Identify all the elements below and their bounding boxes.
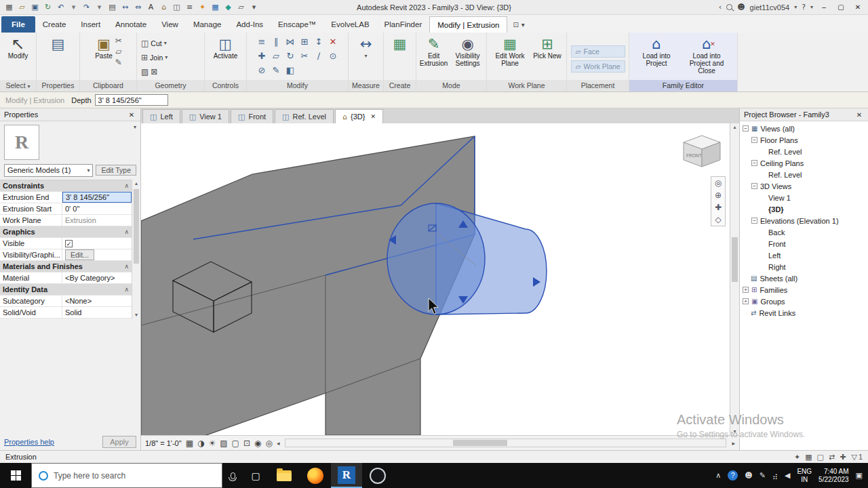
visual-style-icon[interactable]: ◑ <box>197 439 204 448</box>
mirror-icon[interactable]: ⋈ <box>284 35 297 48</box>
tree-item-sheets-all[interactable]: ▤Sheets (all) <box>740 272 868 284</box>
dimension-icon[interactable]: ⇔ <box>133 2 143 13</box>
panel-label-geometry[interactable]: Geometry <box>137 80 204 92</box>
view-scale[interactable]: 1/8" = 1'-0" <box>145 439 182 447</box>
worksharing-icon[interactable]: ✦ <box>794 453 800 462</box>
tree-item-ref-level[interactable]: Ref. Level <box>740 146 868 157</box>
match-icon[interactable]: ✎ <box>270 64 283 77</box>
filter-icon[interactable]: ▽ <box>851 453 856 462</box>
measure-icon[interactable]: ↔ <box>120 2 130 13</box>
ribbon-tab-create[interactable]: Create <box>35 16 74 33</box>
copy-to-clipboard-icon[interactable]: ▱ <box>115 47 122 56</box>
drawing-area[interactable]: FRONT ◎ ⊕ ✚ ◇ ▴ ▾ <box>141 123 739 435</box>
sun-path-icon[interactable]: ☀ <box>208 439 216 448</box>
tree-item-revit-links[interactable]: ⇄Revit Links <box>740 307 868 319</box>
property-value-work-plane[interactable]: Extrusion <box>62 215 132 226</box>
activate-controls-button[interactable]: ◫ Activate <box>213 35 239 61</box>
panel-label-controls[interactable]: Controls <box>205 80 246 92</box>
task-view-button[interactable]: ▢ <box>243 463 269 488</box>
scroll-down-icon[interactable]: ▾ <box>132 312 140 318</box>
switch-windows-icon[interactable]: ▱ <box>236 2 246 13</box>
search-icon[interactable] <box>726 4 732 10</box>
collapse-group-icon[interactable]: ∧ <box>124 228 129 235</box>
measure-dropdown-icon[interactable]: ▾ <box>364 52 367 60</box>
planfinder-plugin-icon[interactable]: ◆ <box>223 2 233 13</box>
ribbon-tab-evolvelab[interactable]: EvolveLAB <box>323 16 376 33</box>
help-dropdown-icon[interactable]: ▾ <box>810 4 813 10</box>
depth-input[interactable]: 3' 8 145/256" <box>95 94 168 106</box>
open-icon[interactable]: ▱ <box>17 2 27 13</box>
editable-only-icon[interactable]: ▢ <box>817 453 824 462</box>
scroll-up-icon[interactable]: ▴ <box>132 180 140 186</box>
collapse-icon[interactable]: − <box>751 183 757 189</box>
placement-work-plane-button[interactable]: ▱ Work Plane <box>571 60 625 73</box>
collapse-group-icon[interactable]: ∧ <box>124 182 129 189</box>
links-icon[interactable]: ⇄ <box>751 309 756 317</box>
redo-drop-icon[interactable]: ▾ <box>94 2 104 13</box>
start-button[interactable] <box>0 463 31 488</box>
evolvelab-plugin-icon[interactable]: ▦ <box>210 2 220 13</box>
collapse-group-icon[interactable]: ∧ <box>124 286 129 293</box>
panel-label-measure[interactable]: Measure <box>349 80 383 92</box>
minimize-button[interactable]: – <box>818 3 830 11</box>
ribbon-tab-view[interactable]: View <box>154 16 186 33</box>
collapse-icon[interactable]: − <box>751 137 757 143</box>
tree-item-left[interactable]: Left <box>740 249 868 261</box>
property-value-visible[interactable]: ✓ <box>62 238 132 249</box>
ribbon-tab-manage[interactable]: Manage <box>186 16 229 33</box>
scrollbar-thumb[interactable] <box>732 237 738 282</box>
views-icon[interactable]: ▦ <box>751 125 757 132</box>
view-3d-icon[interactable]: ⌂ <box>342 113 347 121</box>
temporary-hide-icon[interactable]: ◉ <box>254 439 261 448</box>
taskbar-app-firefox[interactable] <box>300 463 331 488</box>
undo-drop-icon[interactable]: ▾ <box>68 2 79 13</box>
panel-label-create[interactable]: Create <box>384 80 416 92</box>
pen-icon[interactable]: ✎ <box>760 471 766 480</box>
visibility-settings-button[interactable]: ◉ Visibility Settings <box>451 35 484 68</box>
save-icon[interactable]: ▣ <box>30 2 40 13</box>
view-tab-front[interactable]: ◫Front <box>231 109 273 123</box>
ribbon-tab-add-ins[interactable]: Add-Ins <box>229 16 271 33</box>
taskbar-app-revit[interactable]: R <box>331 463 362 488</box>
shadows-icon[interactable]: ▨ <box>220 439 227 448</box>
orbit-icon[interactable]: ◇ <box>715 215 721 224</box>
view-tab-view-1[interactable]: ◫View 1 <box>182 109 229 123</box>
help-icon[interactable]: ? <box>802 3 806 12</box>
undo-icon[interactable]: ↶ <box>56 2 66 13</box>
edit-extrusion-button[interactable]: ✎ Edit Extrusion <box>418 35 449 68</box>
type-selector-combo[interactable]: Generic Models (1) ▾ <box>4 164 93 177</box>
links-select-icon[interactable]: ⇄ <box>829 453 835 462</box>
cut-to-clipboard-icon[interactable]: ✂ <box>115 36 122 45</box>
viewport-canvas[interactable]: FRONT <box>141 123 730 435</box>
collapse-icon[interactable]: − <box>743 125 749 131</box>
viewcube[interactable]: FRONT <box>684 136 720 167</box>
load-into-project-button[interactable]: ⌂ Load into Project <box>634 35 679 68</box>
scroll-left-icon[interactable]: ◂ <box>277 440 280 447</box>
properties-help-link[interactable]: Properties help <box>4 438 54 446</box>
tree-item-view-1[interactable]: View 1 <box>740 192 868 203</box>
rotate-icon[interactable]: ↻ <box>284 49 297 62</box>
redo-icon[interactable]: ↷ <box>81 2 92 13</box>
ribbon-pin-icon[interactable]: ⊡ <box>513 21 518 28</box>
close-view-icon[interactable]: ✕ <box>370 113 376 120</box>
offset-icon[interactable]: ∥ <box>270 35 283 48</box>
horizontal-scrollbar[interactable] <box>285 439 726 447</box>
panel-label-clipboard[interactable]: Clipboard <box>80 80 136 92</box>
match-type-icon[interactable]: ✎ <box>115 58 122 67</box>
action-center-icon[interactable]: ▣ <box>856 471 863 480</box>
property-value-extrusion-start[interactable]: 0' 0" <box>62 203 132 214</box>
panel-label-select[interactable]: Select ▾ <box>0 80 36 92</box>
modify-button[interactable]: ↖ Modify <box>7 35 28 61</box>
detail-level-icon[interactable]: ▦ <box>186 439 193 448</box>
view-tab-left[interactable]: ◫Left <box>142 109 180 123</box>
collapse-group-icon[interactable]: ∧ <box>124 263 129 270</box>
thin-lines-icon[interactable]: ≡ <box>184 2 195 13</box>
panel-label-properties[interactable]: Properties <box>37 80 79 92</box>
align-icon[interactable]: ≡ <box>256 35 269 48</box>
visible-checkbox[interactable]: ✓ <box>65 240 73 247</box>
panel-label-family-editor[interactable]: Family Editor <box>629 80 737 92</box>
text-icon[interactable]: A <box>146 2 156 13</box>
taskbar-app-obs[interactable] <box>362 463 393 488</box>
ribbon-cycle-icon[interactable]: ▾ <box>521 21 525 28</box>
extrusion-cylinder-face[interactable] <box>387 203 485 314</box>
